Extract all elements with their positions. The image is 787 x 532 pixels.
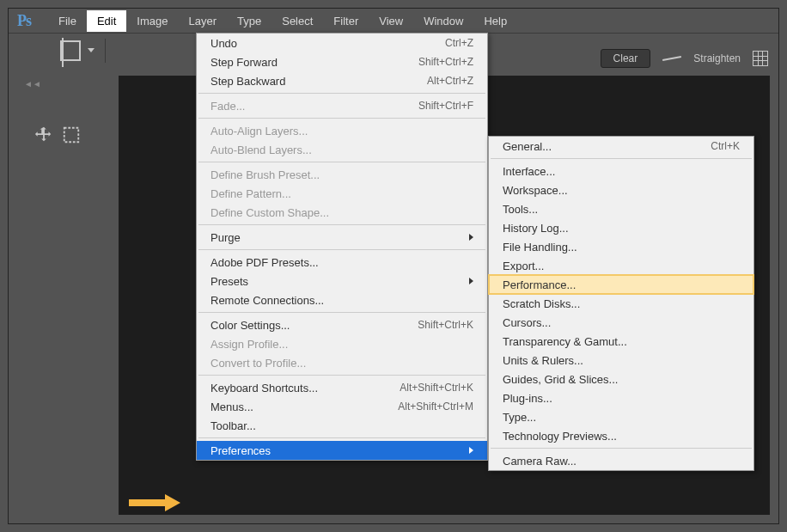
menu-item-label: History Log...: [503, 222, 569, 235]
prefs-item-technology-previews[interactable]: Technology Previews...: [489, 426, 753, 445]
menu-separator: [491, 448, 752, 449]
tool-preset-dropdown[interactable]: [88, 48, 95, 52]
menu-item-shortcut: Ctrl+K: [711, 140, 740, 152]
menu-separator: [491, 158, 752, 159]
menu-item-label: Step Forward: [210, 56, 278, 69]
move-tool-icon[interactable]: [34, 125, 53, 144]
prefs-item-tools[interactable]: Tools...: [489, 199, 753, 218]
edit-item-purge[interactable]: Purge: [197, 228, 487, 247]
edit-item-convert-to-profile: Convert to Profile...: [197, 353, 487, 372]
menu-item-label: Type...: [503, 411, 536, 424]
svg-rect-0: [64, 128, 79, 143]
menu-item-label: Define Pattern...: [210, 187, 291, 200]
grid-overlay-icon[interactable]: [753, 51, 768, 66]
menu-item-shortcut: Shift+Ctrl+K: [418, 319, 473, 331]
menu-item-label: Tools...: [503, 203, 538, 216]
menu-filter[interactable]: Filter: [323, 10, 369, 32]
edit-item-presets[interactable]: Presets: [197, 272, 487, 290]
menu-item-label: Color Settings...: [210, 319, 290, 332]
menu-item-shortcut: Shift+Ctrl+Z: [418, 56, 473, 68]
edit-item-define-pattern: Define Pattern...: [197, 184, 487, 203]
menu-layer[interactable]: Layer: [179, 10, 228, 32]
menu-item-label: Interface...: [503, 165, 555, 178]
menu-image[interactable]: Image: [126, 10, 178, 32]
prefs-item-camera-raw[interactable]: Camera Raw...: [489, 451, 753, 470]
edit-item-step-forward[interactable]: Step ForwardShift+Ctrl+Z: [197, 52, 487, 71]
menu-item-label: Performance...: [503, 278, 576, 291]
menu-item-shortcut: Alt+Shift+Ctrl+M: [398, 401, 473, 413]
edit-item-keyboard-shortcuts[interactable]: Keyboard Shortcuts...Alt+Shift+Ctrl+K: [197, 378, 487, 397]
menu-item-label: Presets: [210, 275, 248, 288]
menu-edit[interactable]: Edit: [87, 10, 126, 32]
edit-item-color-settings[interactable]: Color Settings...Shift+Ctrl+K: [197, 315, 487, 334]
menu-separator: [198, 437, 485, 438]
menu-select[interactable]: Select: [271, 10, 323, 32]
menu-help[interactable]: Help: [473, 10, 517, 32]
menu-item-label: Undo: [210, 37, 237, 50]
menu-item-label: Toolbar...: [210, 419, 256, 432]
edit-item-fade: Fade...Shift+Ctrl+F: [197, 96, 487, 115]
clear-button[interactable]: Clear: [601, 49, 651, 68]
submenu-arrow-icon: [469, 278, 473, 284]
menu-item-label: Technology Previews...: [503, 430, 617, 443]
edit-item-undo[interactable]: UndoCtrl+Z: [197, 34, 487, 52]
prefs-item-workspace[interactable]: Workspace...: [489, 180, 753, 199]
menu-view[interactable]: View: [369, 10, 413, 32]
prefs-item-transparency-gamut[interactable]: Transparency & Gamut...: [489, 332, 753, 351]
divider: [105, 39, 106, 63]
menu-item-label: File Handling...: [503, 241, 577, 254]
edit-item-menus[interactable]: Menus...Alt+Shift+Ctrl+M: [197, 397, 487, 416]
prefs-item-type[interactable]: Type...: [489, 407, 753, 426]
edit-dropdown-menu: UndoCtrl+ZStep ForwardShift+Ctrl+ZStep B…: [196, 33, 488, 461]
edit-item-step-backward[interactable]: Step BackwardAlt+Ctrl+Z: [197, 71, 487, 90]
menu-separator: [198, 118, 485, 119]
prefs-item-scratch-disks[interactable]: Scratch Disks...: [489, 294, 753, 313]
menu-item-shortcut: Ctrl+Z: [445, 37, 473, 49]
menu-item-label: Remote Connections...: [210, 294, 324, 307]
menu-item-label: Transparency & Gamut...: [503, 335, 627, 348]
tools-panel: ◄◄: [17, 76, 89, 144]
menu-item-label: Workspace...: [503, 184, 568, 197]
menu-separator: [198, 249, 485, 250]
menu-item-label: Define Custom Shape...: [210, 206, 329, 219]
menubar: Ps File Edit Image Layer Type Select Fil…: [9, 9, 778, 33]
menu-item-label: Plug-ins...: [503, 392, 552, 405]
menu-file[interactable]: File: [48, 10, 87, 32]
prefs-item-plug-ins[interactable]: Plug-ins...: [489, 388, 753, 407]
prefs-item-file-handling[interactable]: File Handling...: [489, 237, 753, 256]
edit-item-assign-profile: Assign Profile...: [197, 334, 487, 353]
prefs-item-cursors[interactable]: Cursors...: [489, 313, 753, 332]
menu-item-label: Export...: [503, 260, 544, 272]
prefs-item-general[interactable]: General...Ctrl+K: [489, 137, 753, 156]
crop-tool-icon[interactable]: [60, 40, 81, 61]
edit-item-toolbar[interactable]: Toolbar...: [197, 416, 487, 435]
edit-item-preferences[interactable]: Preferences: [197, 441, 487, 460]
menu-item-shortcut: Alt+Ctrl+Z: [427, 75, 473, 87]
menu-item-label: Menus...: [210, 401, 253, 413]
menu-window[interactable]: Window: [413, 10, 473, 32]
prefs-item-guides-grid-slices[interactable]: Guides, Grid & Slices...: [489, 370, 753, 388]
edit-item-define-brush-preset: Define Brush Preset...: [197, 165, 487, 184]
marquee-tool-icon[interactable]: [62, 125, 81, 144]
prefs-item-performance[interactable]: Performance...: [489, 275, 753, 294]
panel-collapse-handle[interactable]: ◄◄: [17, 76, 89, 92]
edit-item-adobe-pdf-presets[interactable]: Adobe PDF Presets...: [197, 253, 487, 272]
menu-type[interactable]: Type: [227, 10, 271, 32]
straighten-icon[interactable]: [662, 52, 681, 64]
edit-item-remote-connections[interactable]: Remote Connections...: [197, 290, 487, 309]
edit-item-define-custom-shape: Define Custom Shape...: [197, 203, 487, 222]
prefs-item-history-log[interactable]: History Log...: [489, 218, 753, 237]
menu-item-label: Adobe PDF Presets...: [210, 256, 319, 269]
submenu-arrow-icon: [469, 447, 473, 454]
prefs-item-export[interactable]: Export...: [489, 256, 753, 275]
submenu-arrow-icon: [469, 234, 473, 241]
edit-item-auto-align-layers: Auto-Align Layers...: [197, 121, 487, 140]
menu-item-label: Step Backward: [210, 75, 285, 88]
edit-item-auto-blend-layers: Auto-Blend Layers...: [197, 140, 487, 159]
prefs-item-units-rulers[interactable]: Units & Rulers...: [489, 351, 753, 370]
menu-item-label: Keyboard Shortcuts...: [210, 382, 318, 394]
menu-item-label: Fade...: [210, 100, 245, 113]
menu-item-label: Define Brush Preset...: [210, 168, 320, 181]
prefs-item-interface[interactable]: Interface...: [489, 162, 753, 180]
menu-item-label: Purge: [210, 231, 241, 244]
